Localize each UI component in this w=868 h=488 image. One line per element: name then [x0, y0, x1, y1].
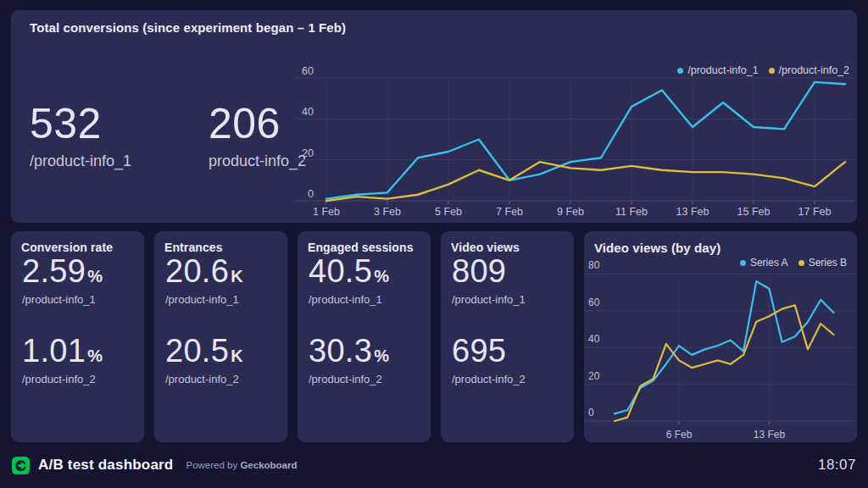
legend-dot-icon	[769, 68, 775, 74]
svg-text:20: 20	[302, 147, 314, 159]
stat-value: 40.5	[309, 253, 372, 289]
stat-suffix: %	[374, 267, 389, 286]
panel-entrances: Entrances 20.6K /product-info_1 20.5K /p…	[154, 231, 287, 442]
legend-dot-icon	[677, 68, 683, 74]
metric-label: /product-info_1	[30, 152, 170, 170]
panel-title: Engaged sessions	[308, 241, 420, 254]
svg-text:1 Feb: 1 Feb	[313, 206, 340, 218]
svg-text:17 Feb: 17 Feb	[798, 206, 832, 218]
panel-total-conversions: Total conversions (since experiment bega…	[11, 10, 857, 223]
stat-label: /product-info_1	[22, 293, 134, 306]
panel-conversion-rate: Conversion rate 2.59% /product-info_1 1.…	[11, 231, 144, 442]
svg-text:0: 0	[308, 188, 314, 200]
stat-product-info-1: 20.6K /product-info_1	[164, 254, 277, 306]
dashboard: Total conversions (since experiment bega…	[0, 0, 868, 442]
svg-text:6 Feb: 6 Feb	[666, 429, 693, 441]
stat-label: /product-info_1	[165, 293, 277, 306]
stat-suffix: %	[374, 347, 389, 365]
stat-value: 1.01	[22, 333, 86, 369]
powered-by: Powered by Geckoboard	[186, 460, 297, 470]
svg-text:11 Feb: 11 Feb	[615, 206, 648, 218]
legend-label: /product-info_2	[779, 64, 849, 76]
stat-product-info-1: 2.59% /product-info_1	[21, 254, 134, 306]
panel-title: Conversion rate	[21, 241, 134, 254]
stat-suffix: K	[231, 347, 243, 365]
powered-prefix: Powered by	[186, 460, 237, 470]
stat-value: 809	[452, 253, 506, 289]
stat-value: 695	[452, 333, 506, 369]
stat-value: 2.59	[22, 253, 86, 289]
svg-text:60: 60	[588, 297, 600, 308]
stat-label: /product-info_2	[309, 373, 420, 385]
video-views-line-chart: 6 Feb13 Feb020406080	[584, 251, 854, 442]
total-conversions-line-chart: 1 Feb3 Feb5 Feb7 Feb9 Feb11 Feb13 Feb15 …	[295, 64, 854, 222]
stat-product-info-2: 30.3% /product-info_2	[308, 334, 420, 385]
stat-suffix: %	[87, 267, 103, 286]
stat-product-info-2: 695 /product-info_2	[451, 334, 564, 385]
legend-item: /product-info_1	[677, 64, 758, 76]
stat-value: 20.6	[165, 253, 229, 289]
panel-engaged-sessions: Engaged sessions 40.5% /product-info_1 3…	[298, 231, 431, 442]
kpi-row: Conversion rate 2.59% /product-info_1 1.…	[11, 231, 857, 442]
stat-suffix: K	[231, 267, 243, 286]
svg-text:40: 40	[302, 106, 314, 118]
legend-label: /product-info_1	[687, 64, 758, 76]
svg-text:5 Feb: 5 Feb	[435, 206, 462, 218]
footer-bar: A/B test dashboard Powered by Geckoboard…	[0, 442, 868, 488]
stat-label: /product-info_1	[452, 293, 564, 306]
total-conversions-chart-area: /product-info_1/product-info_2 1 Feb3 Fe…	[295, 64, 854, 222]
stat-label: /product-info_2	[165, 373, 277, 385]
chart-legend: /product-info_1/product-info_2	[677, 64, 849, 76]
stat-product-info-1: 809 /product-info_1	[451, 254, 564, 306]
stat-product-info-2: 20.5K /product-info_2	[164, 334, 277, 385]
powered-brand: Geckoboard	[240, 460, 297, 470]
stat-label: /product-info_2	[22, 373, 134, 385]
legend-item: /product-info_2	[769, 64, 849, 76]
stat-value: 30.3	[309, 333, 372, 369]
metric-product-info-1: 532 /product-info_1	[30, 102, 170, 170]
clock: 18:07	[818, 457, 856, 474]
svg-text:3 Feb: 3 Feb	[374, 206, 401, 218]
stat-product-info-1: 40.5% /product-info_1	[308, 254, 420, 306]
panel-title: Video views	[451, 241, 564, 254]
svg-text:9 Feb: 9 Feb	[557, 206, 584, 218]
svg-text:15 Feb: 15 Feb	[737, 206, 771, 218]
panel-title-total-conversions: Total conversions (since experiment bega…	[21, 19, 847, 35]
stat-label: /product-info_2	[452, 373, 564, 385]
stat-suffix: %	[87, 347, 103, 365]
panel-title: Entrances	[164, 241, 277, 254]
stat-value: 20.5	[165, 333, 229, 369]
metric-value: 532	[30, 102, 170, 147]
svg-text:7 Feb: 7 Feb	[496, 206, 523, 218]
svg-text:80: 80	[588, 259, 600, 271]
stat-label: /product-info_1	[309, 293, 420, 306]
svg-text:40: 40	[588, 333, 600, 345]
geckoboard-logo-icon	[12, 457, 30, 474]
dashboard-title: A/B test dashboard	[38, 457, 173, 474]
svg-text:13 Feb: 13 Feb	[676, 206, 709, 218]
svg-text:0: 0	[588, 407, 594, 419]
panel-video-views-by-day: Video views (by day) Series ASeries B 6 …	[584, 231, 857, 442]
stat-product-info-2: 1.01% /product-info_2	[21, 334, 134, 385]
svg-text:60: 60	[302, 65, 314, 77]
svg-text:13 Feb: 13 Feb	[754, 429, 786, 441]
svg-text:20: 20	[588, 370, 600, 382]
panel-video-views: Video views 809 /product-info_1 695 /pro…	[441, 231, 574, 442]
